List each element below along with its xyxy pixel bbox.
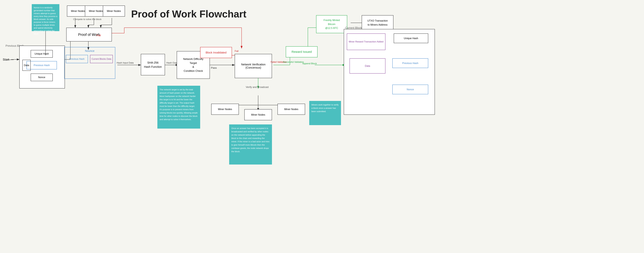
curr-nonce-box: Nonce [392, 85, 428, 94]
block-invalidated-box: Block Invalidated [200, 47, 232, 58]
hash-input-label: Hash Input Data [117, 62, 134, 64]
fail-label-top: Fail [97, 34, 101, 37]
utxo-box: UTXO Transactionto Miners Address [362, 15, 394, 31]
miner-nodes-bottom-3: Miner Nodes [278, 104, 305, 115]
unique-hash-box: Unique Hash [31, 50, 53, 58]
append-block-label: Append Block [302, 62, 317, 65]
previous-hash-box: Previous Hash [26, 61, 57, 69]
start-dash: —— [8, 58, 14, 61]
nonce-tooltip: Nonce is a randomly generated number tha… [32, 4, 59, 31]
pass-label: Pass [211, 66, 217, 69]
verify-broadcast-label: Verify and Broadcast [246, 86, 269, 89]
miner-nodes-bottom-1: Miner Nodes [211, 104, 239, 115]
data-box: Data [22, 60, 31, 71]
miner-nodes-bottom-2: Miner Nodes [244, 109, 272, 120]
nounce-prev-hash: Previous Hash [66, 55, 88, 63]
fail-label-2: Fail [235, 50, 238, 53]
previous-block-outer: Unique Hash Previous Hash Data Nonce [19, 46, 65, 89]
consensus-tooltip-1: Once an answer has been accepted it is b… [229, 124, 272, 164]
current-block-outer: Miner Reward Transaction Added Unique Ha… [344, 29, 435, 115]
nonce-box: Nonce [31, 74, 53, 81]
sha256-box: SHA-256Hash Function [141, 54, 165, 75]
page-title: Proof of Work Flowchart [131, 8, 246, 20]
network-verification-box: Network Verification(Concensus) [235, 54, 272, 78]
curr-unique-hash-box: Unique Hash [394, 34, 428, 43]
miner-reward-box: Miner Reward Transaction Added [347, 34, 386, 50]
successful-validation-label: Successful Validation [283, 61, 304, 63]
proof-of-work-box: Proof of Work [66, 28, 112, 42]
nounce-label: Nounce [64, 49, 115, 53]
consensus-tooltip-2: Miners work together to verify a block o… [309, 101, 341, 125]
compete-label: Compete to solve the block [73, 18, 102, 21]
curr-data-box: Data [350, 58, 386, 74]
reward-issued-box: Reward Issued [286, 46, 318, 57]
freshly-minted-box: Freshly MintedBitcoin@12.5 BTC [316, 15, 347, 33]
current-blocks-data: Current Blocks Data [90, 55, 113, 63]
difficulty-tooltip: The network target is set by the total a… [158, 86, 200, 129]
nounce-outer-box: Nounce Previous Hash Current Blocks Data [64, 47, 115, 79]
curr-prev-hash-box: Previous Hash [392, 58, 428, 68]
miner-nodes-top-3: Miner Nodes [103, 6, 125, 17]
